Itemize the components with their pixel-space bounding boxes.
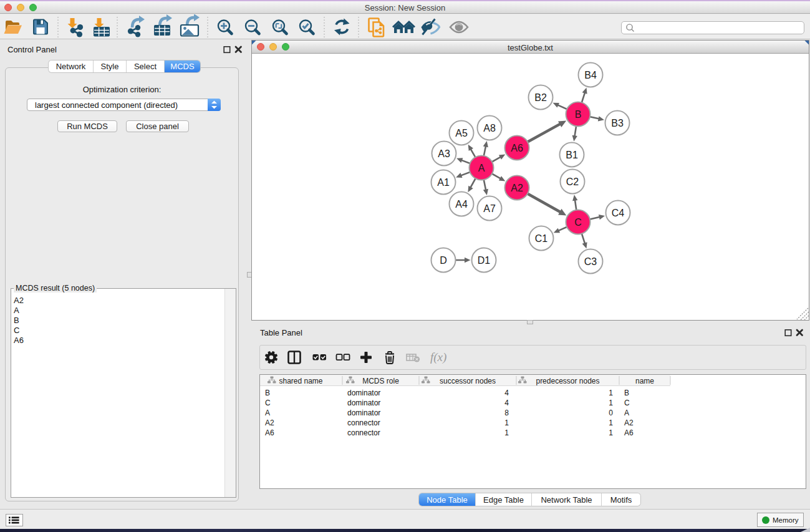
svg-text:A: A <box>478 163 485 173</box>
svg-text:A8: A8 <box>483 123 496 133</box>
svg-text:A5: A5 <box>455 128 468 138</box>
svg-text:C3: C3 <box>584 256 597 267</box>
svg-text:B1: B1 <box>566 150 578 160</box>
svg-text:B3: B3 <box>611 118 624 128</box>
svg-text:C4: C4 <box>612 208 625 218</box>
svg-text:C: C <box>574 217 582 228</box>
svg-text:A2: A2 <box>511 183 523 193</box>
svg-text:B: B <box>575 109 582 120</box>
svg-text:A6: A6 <box>511 143 523 153</box>
svg-text:C2: C2 <box>566 177 579 187</box>
svg-text:A3: A3 <box>438 148 450 159</box>
svg-text:D: D <box>440 255 447 266</box>
svg-text:B4: B4 <box>584 70 597 80</box>
svg-text:A1: A1 <box>437 177 450 188</box>
svg-text:A7: A7 <box>483 203 496 214</box>
svg-text:C1: C1 <box>535 233 548 244</box>
svg-text:D1: D1 <box>478 255 491 266</box>
svg-text:A4: A4 <box>455 199 468 210</box>
svg-text:B2: B2 <box>534 92 547 103</box>
